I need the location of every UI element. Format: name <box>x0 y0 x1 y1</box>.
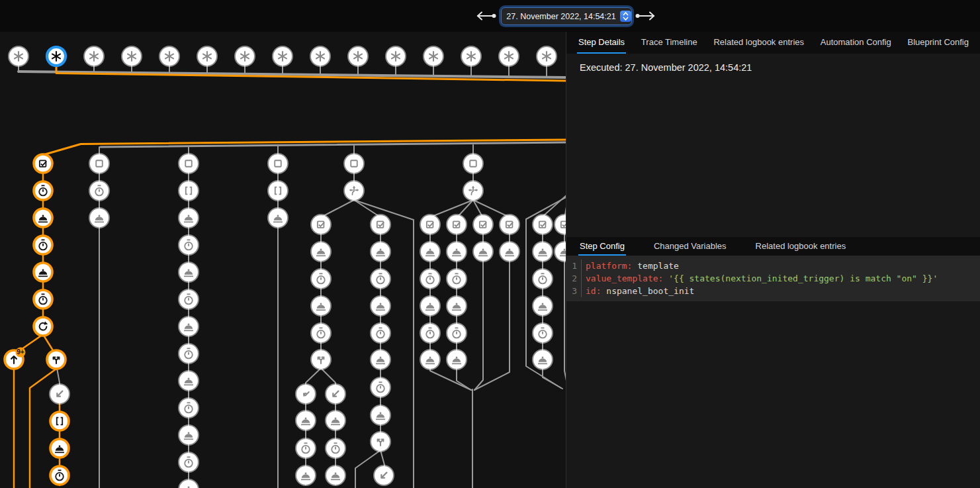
graph-node-room-service[interactable] <box>421 350 439 369</box>
graph-node-timer[interactable] <box>179 236 198 254</box>
graph-node-room-service[interactable] <box>269 209 287 227</box>
graph-node-timer[interactable] <box>179 344 198 363</box>
graph-node-room-service[interactable] <box>179 263 198 281</box>
graph-node-room-service[interactable] <box>90 209 109 227</box>
graph-node-timer[interactable] <box>296 439 315 458</box>
graph-node-arrow-decision[interactable] <box>464 181 482 200</box>
graph-node-timer[interactable] <box>371 269 390 288</box>
graph-node-timer[interactable] <box>533 269 552 288</box>
graph-node-checkbox-marked[interactable] <box>421 215 439 234</box>
graph-node-code-brackets[interactable] <box>179 181 198 200</box>
graph-node-checkbox-marked[interactable] <box>312 215 330 234</box>
graph-node-call-split[interactable] <box>312 350 330 369</box>
graph-node-asterisk[interactable] <box>424 47 443 66</box>
tab-related-logbook-entries[interactable]: Related logbook entries <box>712 32 805 54</box>
graph-node-checkbox-marked[interactable] <box>447 215 466 234</box>
graph-node-room-service[interactable] <box>500 242 519 261</box>
graph-node-timer[interactable] <box>34 181 52 200</box>
graph-node-room-service[interactable] <box>533 242 552 261</box>
graph-node-timer[interactable] <box>533 324 552 342</box>
graph-node-refresh[interactable] <box>34 317 52 336</box>
graph-node-asterisk[interactable] <box>273 47 292 66</box>
graph-node-timer[interactable] <box>421 269 439 288</box>
graph-node-asterisk[interactable] <box>198 47 216 66</box>
graph-node-asterisk[interactable] <box>47 47 66 66</box>
graph-node-checkbox-blank[interactable] <box>345 154 363 173</box>
graph-node-room-service[interactable] <box>421 242 439 261</box>
graph-node-timer[interactable] <box>421 324 439 342</box>
tab-blueprint-config[interactable]: Blueprint Config <box>906 32 970 54</box>
graph-node-asterisk[interactable] <box>462 47 480 66</box>
graph-node-room-service[interactable] <box>447 350 466 369</box>
graph-node-room-service[interactable] <box>474 242 492 261</box>
graph-node-checkbox-marked[interactable] <box>371 215 390 234</box>
graph-node-arrow-bottom-left[interactable] <box>375 466 393 485</box>
graph-node-room-service[interactable] <box>371 242 390 261</box>
graph-node-checkbox-marked[interactable] <box>533 215 552 234</box>
graph-node-room-service[interactable] <box>326 466 345 485</box>
graph-node-room-service[interactable] <box>533 350 552 369</box>
select-stepper-icon[interactable] <box>620 11 631 22</box>
graph-node-asterisk[interactable] <box>537 47 556 66</box>
graph-node-room-service[interactable] <box>179 480 198 488</box>
tab-step-config[interactable]: Step Config <box>578 237 626 256</box>
graph-node-asterisk[interactable] <box>122 47 141 66</box>
graph-node-timer[interactable] <box>447 324 466 342</box>
graph-node-checkbox-marked[interactable] <box>34 154 52 173</box>
graph-node-room-service[interactable] <box>447 297 466 315</box>
graph-node-room-service[interactable] <box>371 350 390 369</box>
graph-node-checkbox-marked[interactable] <box>555 215 566 234</box>
graph-node-timer[interactable] <box>179 399 198 417</box>
graph-node-asterisk[interactable] <box>85 47 103 66</box>
graph-node-room-service[interactable] <box>179 317 198 336</box>
graph-node-room-service[interactable] <box>179 426 198 444</box>
graph-node-room-service[interactable] <box>421 297 439 315</box>
graph-node-code-brackets[interactable] <box>50 412 69 430</box>
graph-node-room-service[interactable] <box>179 371 198 390</box>
graph-node-timer[interactable] <box>50 466 69 485</box>
graph-node-timer[interactable] <box>179 290 198 309</box>
graph-node-room-service[interactable] <box>50 439 69 458</box>
tab-step-details[interactable]: Step Details <box>577 32 626 54</box>
graph-node-asterisk[interactable] <box>500 47 518 66</box>
graph-node-asterisk[interactable] <box>9 47 28 66</box>
trace-timestamp-select[interactable]: 27. November 2022, 14:54:21 <box>501 7 632 25</box>
graph-node-checkbox-blank[interactable] <box>179 154 198 173</box>
graph-node-room-service[interactable] <box>533 297 552 315</box>
graph-node-checkbox-marked[interactable] <box>500 215 519 234</box>
graph-node-room-service[interactable] <box>371 406 390 424</box>
graph-node-asterisk[interactable] <box>349 47 367 66</box>
graph-node-timer[interactable] <box>371 324 390 342</box>
graph-node-room-service[interactable] <box>179 209 198 227</box>
graph-node-arrow-bottom-left[interactable] <box>50 385 69 403</box>
tab-automation-config[interactable]: Automation Config <box>819 32 893 54</box>
tab-trace-timeline[interactable]: Trace Timeline <box>640 32 699 54</box>
graph-node-timer[interactable] <box>90 181 109 200</box>
graph-node-timer[interactable] <box>312 269 330 288</box>
graph-node-call-split[interactable] <box>47 350 66 369</box>
graph-node-timer[interactable] <box>447 269 466 288</box>
graph-node-code-brackets[interactable] <box>269 181 287 200</box>
graph-node-arrow-decision[interactable] <box>345 181 363 200</box>
graph-node-timer[interactable] <box>326 439 345 458</box>
graph-node-timer[interactable] <box>371 378 390 397</box>
graph-node-asterisk[interactable] <box>236 47 254 66</box>
graph-node-checkbox-blank[interactable] <box>269 154 287 173</box>
graph-node-room-service[interactable] <box>312 297 330 315</box>
graph-node-asterisk[interactable] <box>160 47 179 66</box>
next-trace-button[interactable] <box>634 10 656 22</box>
graph-node-timer[interactable] <box>34 236 52 254</box>
graph-node-room-service[interactable] <box>312 242 330 261</box>
previous-trace-button[interactable] <box>475 10 498 22</box>
graph-node-timer[interactable] <box>312 324 330 342</box>
graph-node-arrow-up[interactable]: 9+ <box>5 348 26 369</box>
tab-step-related-logbook[interactable]: Related logbook entries <box>754 237 848 256</box>
graph-node-room-service[interactable] <box>326 411 345 430</box>
graph-node-room-service[interactable] <box>34 209 52 227</box>
graph-node-room-service[interactable] <box>296 466 315 485</box>
graph-node-checkbox-blank[interactable] <box>464 154 482 173</box>
graph-node-checkbox-marked[interactable] <box>474 215 492 234</box>
graph-node-asterisk[interactable] <box>386 47 405 66</box>
graph-node-asterisk[interactable] <box>311 47 330 66</box>
graph-node-room-service[interactable] <box>447 242 466 261</box>
